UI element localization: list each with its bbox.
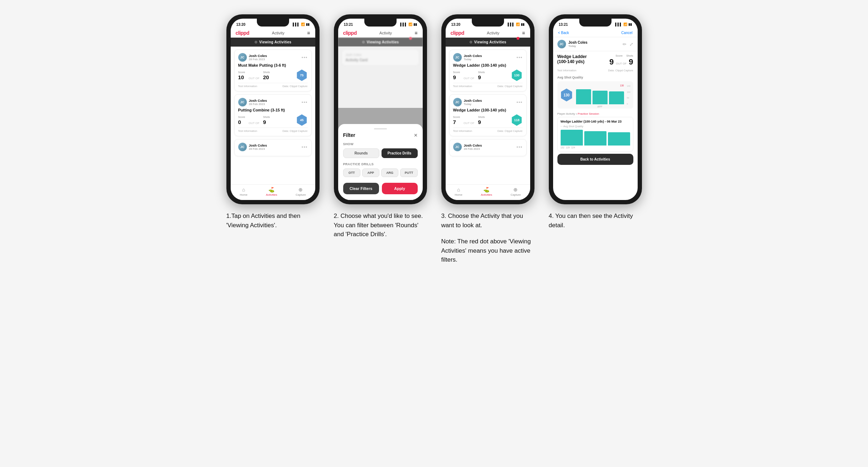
card-1-shots-label: Shots — [263, 71, 270, 74]
phone3-card-2-avatar: JC — [453, 98, 462, 106]
card-2-user-date: 28 Feb 2023 — [249, 103, 267, 106]
battery-icon-3: ▮▮ — [521, 23, 524, 26]
card-1-more[interactable]: ••• — [302, 55, 308, 60]
phone3-activity-card-2[interactable]: JC Josh Coles Today ••• Wedge Ladder (10… — [449, 94, 527, 136]
drill-arg[interactable]: ARG — [381, 168, 398, 177]
phone3-card-1-shots-group: Shots 9 — [478, 71, 485, 80]
card-3-user-date: 28 Feb 2023 — [249, 147, 267, 151]
phone-3-viewing-bar[interactable]: ⚙ Viewing Activities — [446, 38, 530, 47]
phone3-card-3-more[interactable]: ••• — [517, 144, 523, 150]
phone3-activity-card-1[interactable]: JC Josh Coles Today ••• Wedge Ladder (10… — [449, 49, 527, 91]
modal-show-label: Show — [343, 142, 418, 146]
card-2-more[interactable]: ••• — [302, 100, 308, 105]
clear-filters-button[interactable]: Clear Filters — [343, 183, 379, 194]
detail-title-row: Wedge Ladder(100-140 yds) Score Shots 9 … — [557, 54, 633, 67]
back-to-activities-button[interactable]: Back to Activities — [557, 154, 633, 165]
phone-3-caption-main: 3. Choose the Activity that you want to … — [441, 211, 534, 230]
phone3-card-1-more[interactable]: ••• — [517, 55, 523, 60]
card-2-footer: Test Information Data: Clippd Capture — [238, 128, 308, 133]
detail-score-shots-row: 9 OUT OF 9 — [609, 57, 633, 67]
practice-drills-button[interactable]: Practice Drills — [382, 148, 418, 158]
phone-4-user-info: JC Josh Coles Today — [557, 40, 588, 48]
modal-title: Filter — [343, 132, 355, 138]
phone3-nav-activities[interactable]: ⛳ Activities — [481, 187, 492, 196]
menu-icon-3[interactable]: ≡ — [522, 30, 525, 36]
battery-icon: ▮▮ — [306, 23, 310, 26]
nav-home-label: Home — [240, 193, 247, 196]
card-3-user-info: JC Josh Coles 28 Feb 2023 — [238, 143, 267, 151]
drill-ott[interactable]: OTT — [343, 168, 360, 177]
phone-3-app-header: clippd Activity ≡ — [446, 29, 530, 38]
phone3-card-2-more[interactable]: ••• — [517, 100, 523, 105]
session-card[interactable]: Wedge Ladder (100-140 yds) - 06 Mar 23 ·… — [557, 117, 633, 152]
card-2-score-group: Score 0 — [238, 115, 245, 125]
modal-close-icon[interactable]: ✕ — [414, 133, 418, 138]
expand-icon[interactable]: ⤢ — [629, 42, 633, 47]
phone3-card-3-user-name: Josh Coles — [464, 143, 482, 147]
card-2-shots-value: 9 — [263, 119, 270, 125]
nav-activities[interactable]: ⛳ Activities — [266, 187, 277, 196]
card-2-shots-group: Shots 9 — [263, 115, 270, 125]
cancel-button[interactable]: Cancel — [621, 31, 632, 35]
phone-1-status-icons: ▌▌▌ 📶 ▮▮ — [293, 23, 309, 26]
wifi-icon: 📶 — [301, 23, 305, 26]
phone-2-bg: Josh Coles Activity Card Filter ✕ Show — [338, 47, 423, 200]
phone-2-caption: 2. Choose what you'd like to see. You ca… — [334, 211, 427, 239]
phone3-nav-home[interactable]: ⌂ Home — [455, 187, 462, 196]
card-2-stats: Score 0 OUT OF Shots 9 45 — [238, 114, 308, 126]
phone3-activity-card-3[interactable]: JC Josh Coles 28 Feb 2023 ••• — [449, 139, 527, 156]
activity-card-3[interactable]: JC Josh Coles 28 Feb 2023 ••• — [234, 139, 312, 156]
phone-1-content: JC Josh Coles 28 Feb 2023 ••• Must Make … — [231, 47, 315, 184]
card-1-user-text: Josh Coles 28 Feb 2023 — [249, 54, 267, 61]
apply-button[interactable]: Apply — [382, 183, 418, 194]
menu-icon[interactable]: ≡ — [307, 30, 310, 36]
y-label-50: 50 — [627, 97, 630, 99]
nav-capture[interactable]: ⊕ Capture — [296, 187, 306, 196]
card-2-shots-label: Shots — [263, 115, 270, 119]
card-2-score-value: 0 — [238, 119, 245, 125]
wifi-icon-4: 📶 — [623, 23, 627, 26]
phone-4-time: 13:21 — [559, 23, 568, 27]
detail-title-section: Wedge Ladder(100-140 yds) — [557, 54, 609, 65]
chart-bar-3 — [609, 91, 624, 104]
phone3-card-2-user-info: JC Josh Coles Today — [453, 98, 482, 106]
phone-1-time: 13:20 — [236, 23, 246, 27]
activity-card-2[interactable]: JC Josh Coles 28 Feb 2023 ••• Putting Co… — [234, 94, 312, 136]
detail-info-left: Test Information — [557, 69, 576, 72]
modal-header: Filter ✕ — [343, 132, 418, 138]
phone-1-app-title: Activity — [272, 31, 284, 35]
phone-3-bottom-nav: ⌂ Home ⛳ Activities ⊕ Capture — [446, 184, 530, 200]
card-1-user-date: 28 Feb 2023 — [249, 58, 267, 61]
phone-3-inner: 13:20 ▌▌▌ 📶 ▮▮ clippd Activity ≡ ⚙ Vi — [446, 19, 530, 200]
mini-label-2: 129 — [566, 146, 570, 149]
edit-icon[interactable]: ✏ — [623, 42, 627, 47]
card-3-user-text: Josh Coles 28 Feb 2023 — [249, 143, 267, 151]
activity-card-1[interactable]: JC Josh Coles 28 Feb 2023 ••• Must Make … — [234, 49, 312, 91]
phone3-card-2-user-text: Josh Coles Today — [464, 99, 482, 106]
card-2-sq-badge: 45 — [296, 114, 308, 126]
mini-bar-3 — [608, 132, 630, 146]
drill-app[interactable]: APP — [362, 168, 379, 177]
menu-icon-2[interactable]: ≡ — [414, 30, 417, 36]
phone3-card-3-user-text: Josh Coles 28 Feb 2023 — [464, 143, 482, 151]
drill-putt[interactable]: PUTT — [400, 168, 417, 177]
phone3-nav-capture[interactable]: ⊕ Capture — [510, 187, 521, 196]
phone3-card-2-title: Wedge Ladder (100-140 yds) — [453, 108, 523, 112]
phone-4-caption: 4. You can then see the Activity detail. — [549, 211, 642, 230]
y-label-140: 140 — [627, 85, 630, 87]
phone-1: 13:20 ▌▌▌ 📶 ▮▮ clippd Activity ≡ ⚙ Vi — [226, 14, 320, 204]
card-3-more[interactable]: ••• — [302, 144, 308, 150]
phone3-card-1-header: JC Josh Coles Today ••• — [453, 53, 523, 62]
mini-bar-2 — [584, 131, 606, 146]
phone-1-viewing-bar[interactable]: ⚙ Viewing Activities — [231, 38, 315, 47]
phone3-card-1-user-date: Today — [464, 58, 482, 61]
phone3-card-1-stats: Score 9 OUT OF Shots 9 130 — [453, 70, 523, 81]
chart-ref-label: 130 — [576, 84, 624, 87]
nav-home[interactable]: ⌂ Home — [240, 187, 247, 196]
back-button[interactable]: < Back — [558, 31, 569, 35]
phone3-card-2-stats: Score 7 OUT OF Shots 9 118 — [453, 114, 523, 126]
phone3-card-1-sq-badge: 130 — [511, 70, 523, 81]
phone-2-time: 13:21 — [344, 23, 353, 27]
rounds-button[interactable]: Rounds — [343, 148, 379, 158]
phone-2-app-header: clippd Activity ≡ — [338, 29, 423, 38]
